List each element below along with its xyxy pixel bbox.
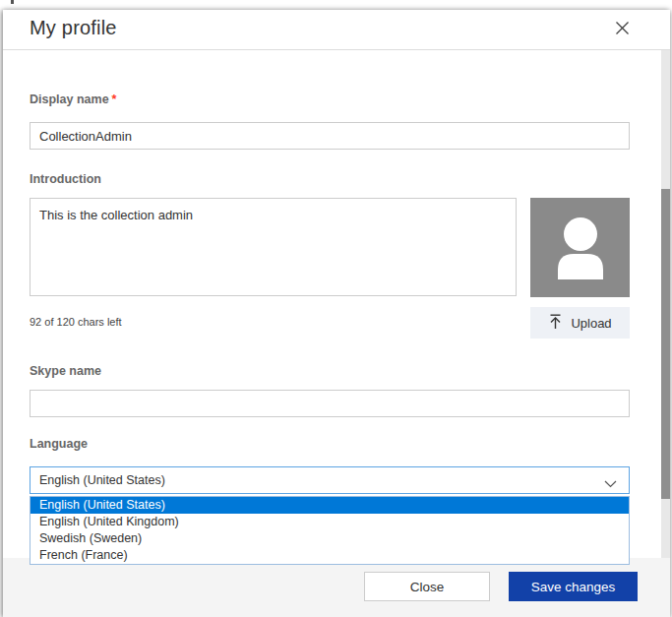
dialog-header: My profile — [3, 10, 670, 49]
language-options-list: English (United States) English (United … — [30, 496, 630, 565]
language-option-english-us[interactable]: English (United States) — [31, 497, 629, 514]
dialog-body: Display name* Introduction This is the c… — [3, 50, 670, 558]
language-selected-value: English (United States) — [39, 473, 165, 487]
profile-avatar — [530, 198, 630, 297]
skype-name-input[interactable] — [30, 390, 630, 417]
chars-left-counter: 92 of 120 chars left — [30, 316, 122, 328]
upload-icon — [548, 314, 563, 333]
chevron-down-icon — [604, 477, 617, 491]
language-option-swedish[interactable]: Swedish (Sweden) — [31, 530, 629, 547]
scrollbar-thumb[interactable] — [661, 189, 670, 499]
display-name-label: Display name* — [30, 93, 116, 106]
person-icon — [550, 213, 611, 283]
skype-name-label: Skype name — [30, 364, 101, 378]
display-name-label-text: Display name — [30, 93, 109, 106]
dialog-title: My profile — [30, 17, 117, 39]
introduction-label: Introduction — [30, 172, 101, 186]
upload-button-label: Upload — [571, 316, 611, 331]
language-label: Language — [30, 437, 88, 451]
language-select[interactable]: English (United States) — [30, 466, 630, 494]
save-changes-button[interactable]: Save changes — [509, 572, 638, 601]
my-profile-dialog: My profile Display name* Introduction Th… — [3, 10, 670, 617]
dialog-footer: Close Save changes — [3, 558, 670, 617]
language-option-french[interactable]: French (France) — [31, 547, 629, 564]
language-option-english-uk[interactable]: English (United Kingdom) — [31, 514, 629, 530]
background-page-fragment — [11, 0, 14, 4]
display-name-input[interactable] — [30, 122, 630, 150]
upload-button[interactable]: Upload — [530, 307, 630, 339]
close-icon — [615, 21, 630, 38]
close-button[interactable] — [611, 19, 633, 40]
introduction-textarea[interactable]: This is the collection admin — [30, 198, 517, 296]
required-asterisk: * — [112, 93, 117, 106]
close-footer-button[interactable]: Close — [364, 572, 490, 601]
scrollbar-track[interactable] — [661, 50, 670, 558]
